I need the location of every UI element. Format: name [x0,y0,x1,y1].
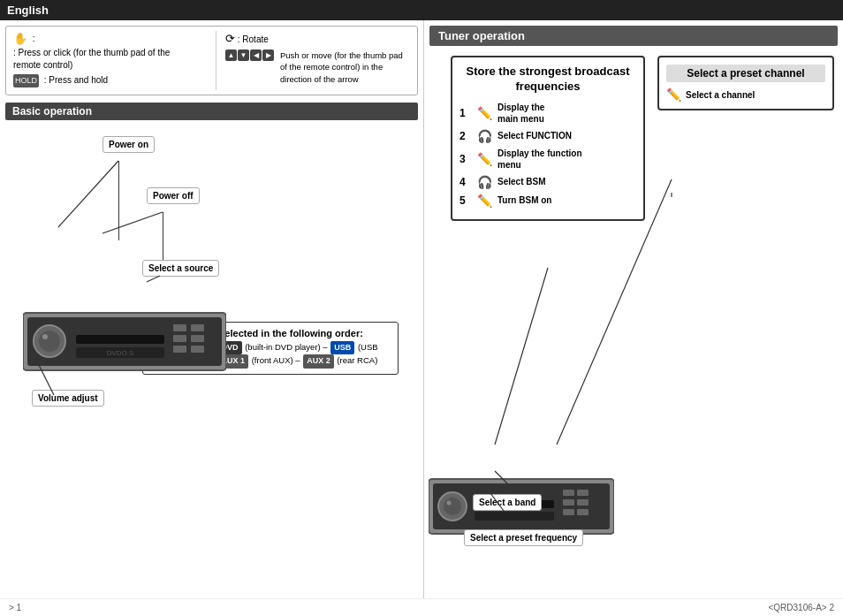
step-1: 1 ✏️ Display themain menu [459,102,636,125]
arrow-right: ▶ [262,49,274,61]
legend-push-text: Push or move (for the thumb pad of the r… [280,49,410,85]
footer: > 1 <QRD3106-A> 2 [0,598,843,616]
svg-line-31 [495,268,548,445]
svg-rect-6 [173,324,186,331]
svg-rect-11 [191,346,204,353]
step-5: 5 ✏️ Turn BSM on [459,194,636,208]
step-1-icon: ✏️ [477,106,492,120]
select-band-container: ✏️ Select a band [473,495,488,509]
step-4: 4 🎧 Select BSM [459,175,636,189]
step-1-num: 1 [459,107,472,119]
tuner-operation-title: Tuner operation [438,29,525,42]
step-5-text: Turn BSM on [497,194,551,206]
arrow-down: ▼ [238,49,249,61]
svg-point-4 [42,334,48,339]
tuner-operation-header: Tuner operation [429,26,838,46]
device-left-svg: DVDO·S [23,308,226,375]
rotate-icon: ⟳ [225,32,235,45]
svg-rect-10 [173,346,186,353]
preset-step-1-text: Select a channel [686,90,755,100]
legend-rotate-text: : Rotate [238,34,269,44]
header-title: English [7,4,49,17]
preset-box-title: Select a preset channel [666,65,825,82]
arrow-left: ◀ [250,49,262,61]
legend-hold-text: : Press and hold [44,75,108,85]
power-on-label: Power on [103,136,155,153]
step-1-text: Display themain menu [497,102,544,125]
basic-operation-header: Basic operation [5,103,418,120]
page-header: English [0,0,843,20]
footer-right: <QRD3106-A> 2 [769,603,835,612]
legend-press: ✋ : : Press or click (for the thumb pad … [13,31,198,72]
connector-svg [5,127,412,428]
step-5-icon: ✏️ [477,194,492,208]
power-off-container: ✏️ Power off [147,187,164,204]
legend-rotate: ⟳ : Rotate [225,31,410,47]
preset-step-1: ✏️ Select a channel [666,87,825,102]
step-2-num: 2 [459,130,472,142]
right-panel: Tuner operation Store the strongest broa… [424,20,843,613]
svg-point-21 [444,498,461,515]
select-source-label: Select a source [142,260,219,277]
step-4-num: 4 [459,176,472,188]
legend-box: ✋ : : Press or click (for the thumb pad … [5,26,418,95]
arrows-icon: ▲ ▼ ◀ ▶ [225,49,274,61]
broadcast-box: Store the strongest broadcast frequencie… [451,56,645,221]
svg-rect-9 [191,335,204,342]
line-power-on [118,161,119,240]
svg-rect-30 [577,509,589,515]
step-2-icon: 🎧 [477,129,492,143]
svg-rect-5 [76,335,164,344]
svg-text:DVDO·S: DVDO·S [107,349,134,357]
step-3-text: Display the functionmenu [497,148,582,171]
arrow-up: ▲ [225,49,237,61]
select-band-label: Select a band [473,494,542,511]
svg-rect-25 [563,490,574,496]
power-off-label: Power off [147,187,200,204]
svg-point-3 [39,331,60,352]
step-2: 2 🎧 Select FUNCTION [459,129,636,143]
select-preset-freq-label: Select a preset frequency [464,529,583,546]
tag-usb: USB [330,341,354,355]
svg-rect-24 [475,512,554,521]
hold-icon: HOLD [13,74,39,87]
legend-push: ▲ ▼ ◀ ▶ Push or move (for the thumb pad … [225,49,410,85]
basic-operation-diagram: ✏️ Power on ✏️ Power off ✏️ Select a [5,127,418,428]
svg-rect-27 [563,499,574,506]
volume-adjust-label: Volume adjust [32,390,104,407]
preset-box: Select a preset channel ✏️ Select a chan… [657,56,834,110]
svg-rect-28 [577,499,589,506]
svg-line-15 [103,212,163,233]
svg-rect-29 [563,509,574,515]
select-source-container: ✏️ Select a source [142,260,160,277]
legend-right: ⟳ : Rotate ▲ ▼ ◀ ▶ Push or move (for the… [216,31,410,90]
svg-line-14 [58,161,118,227]
hand-icon: ✋ [13,31,27,47]
legend-press-label: : [33,34,35,43]
footer-left: > 1 [9,603,21,612]
svg-rect-8 [173,335,186,342]
step-4-icon: 🎧 [477,175,492,189]
power-on-container: ✏️ Power on [103,136,120,153]
broadcast-title: Store the strongest broadcast frequencie… [459,65,636,95]
volume-adjust-container: 🎧 Volume adjust [32,392,47,406]
legend-left: ✋ : : Press or click (for the thumb pad … [13,31,198,90]
svg-rect-26 [577,490,589,496]
select-preset-freq-container: ✏️ Select a preset frequency [464,530,479,544]
legend-hold: HOLD : Press and hold [13,74,198,87]
step-5-num: 5 [459,194,472,207]
pen-icon-channel: ✏️ [666,87,681,102]
step-2-text: Select FUNCTION [497,130,572,141]
legend-press-text: : Press or click (for the thumb pad of t… [13,48,170,70]
svg-point-22 [447,501,452,506]
step-3-num: 3 [459,153,472,165]
step-4-text: Select BSM [497,176,545,187]
svg-rect-7 [191,324,204,331]
tag-aux2: AUX 2 [303,354,334,369]
svg-line-16 [147,276,160,282]
left-panel: ✋ : : Press or click (for the thumb pad … [0,20,424,613]
step-3: 3 ✏️ Display the functionmenu [459,148,636,171]
basic-operation-title: Basic operation [12,105,92,118]
step-3-icon: ✏️ [477,152,492,166]
